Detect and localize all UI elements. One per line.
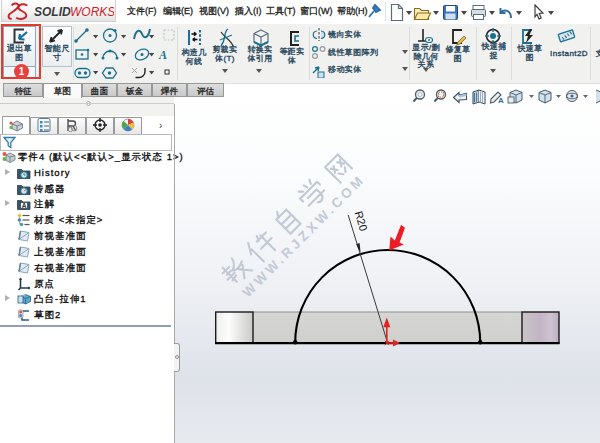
svg-text:A: A [498, 96, 504, 105]
svg-text:WWW.RJZXW.COM: WWW.RJZXW.COM [240, 171, 369, 300]
svg-text:R20: R20 [353, 210, 370, 233]
